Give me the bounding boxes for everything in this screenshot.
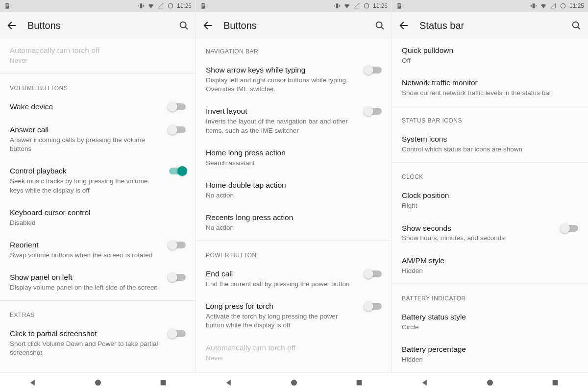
- settings-panel: 11:25Status barQuick pulldownOffNetwork …: [392, 0, 588, 372]
- svg-line-15: [381, 27, 383, 29]
- nav-back-button[interactable]: [419, 377, 431, 389]
- svg-rect-18: [398, 6, 400, 7]
- setting-subtitle: Display volume panel on the left side of…: [10, 283, 161, 292]
- settings-list[interactable]: Automatically turn torch offNeverVOLUME …: [0, 39, 196, 372]
- setting-title: Reorient: [10, 240, 161, 250]
- setting-title: Home long press action: [206, 148, 382, 158]
- clock-text: 11:26: [177, 2, 192, 9]
- section-header: CLOCK: [392, 165, 588, 184]
- search-button[interactable]: [178, 20, 190, 31]
- setting-text: Automatically turn torch offNever: [206, 343, 382, 363]
- setting-item[interactable]: Battery status styleCircle: [392, 306, 588, 338]
- svg-rect-9: [202, 5, 205, 6]
- svg-rect-17: [398, 5, 401, 6]
- toggle-switch[interactable]: [365, 303, 382, 310]
- app-bar: Buttons: [0, 12, 196, 39]
- setting-item[interactable]: Answer callAnswer incoming calls by pres…: [0, 119, 196, 160]
- setting-title: Show seconds: [402, 223, 554, 234]
- setting-text: Clock positionRight: [402, 191, 578, 210]
- setting-subtitle: Display left and right cursor buttons wh…: [206, 76, 357, 94]
- setting-item[interactable]: AM/PM styleHidden: [392, 249, 588, 282]
- setting-text: End callEnd the current call by pressing…: [206, 269, 357, 289]
- toggle-switch[interactable]: [365, 108, 382, 115]
- setting-text: Quick pulldownOff: [402, 46, 578, 65]
- toggle-switch[interactable]: [169, 168, 186, 174]
- setting-item[interactable]: Control playbackSeek music tracks by lon…: [0, 160, 196, 201]
- toggle-switch[interactable]: [169, 103, 186, 110]
- switch-thumb: [168, 272, 177, 282]
- setting-text: Show arrow keys while typingDisplay left…: [206, 65, 357, 94]
- nav-home-button[interactable]: [288, 377, 300, 389]
- setting-item[interactable]: Network traffic monitorShow current netw…: [392, 72, 588, 104]
- settings-panel: 11:26ButtonsAutomatically turn torch off…: [0, 0, 196, 372]
- setting-text: Control playbackSeek music tracks by lon…: [10, 166, 161, 195]
- setting-subtitle: No action: [206, 223, 382, 232]
- settings-list[interactable]: Quick pulldownOffNetwork traffic monitor…: [392, 39, 588, 372]
- switch-thumb: [364, 106, 373, 116]
- search-button[interactable]: [570, 20, 582, 31]
- nav-home-button[interactable]: [92, 377, 104, 389]
- svg-line-23: [578, 27, 580, 29]
- setting-text: ReorientSwap volume buttons when the scr…: [10, 240, 161, 260]
- svg-rect-29: [553, 380, 558, 385]
- setting-item[interactable]: Keyboard cursor controlDisabled: [0, 201, 196, 234]
- setting-text: Automatically turn torch offNever: [10, 46, 186, 65]
- vibrate-icon: [138, 2, 145, 9]
- back-button[interactable]: [202, 20, 214, 31]
- setting-item[interactable]: System iconsControl which status bar ico…: [392, 128, 588, 160]
- toggle-switch[interactable]: [169, 330, 186, 337]
- setting-item[interactable]: Long press for torchActivate the torch b…: [196, 295, 392, 336]
- nav-back-button[interactable]: [223, 377, 235, 389]
- back-button[interactable]: [6, 20, 18, 31]
- setting-item[interactable]: Battery percentageHidden: [392, 338, 588, 370]
- setting-item[interactable]: Clock positionRight: [392, 184, 588, 217]
- status-bar: 11:25: [392, 0, 588, 12]
- setting-item[interactable]: Wake device: [0, 96, 196, 119]
- svg-rect-2: [6, 6, 8, 7]
- wifi-icon: [147, 2, 154, 9]
- signal-icon: [157, 2, 164, 9]
- toggle-switch[interactable]: [169, 242, 186, 248]
- settings-list[interactable]: NAVIGATION BARShow arrow keys while typi…: [196, 39, 392, 372]
- nav-recents-button[interactable]: [353, 377, 365, 389]
- setting-item[interactable]: Recents long press actionNo action: [196, 206, 392, 239]
- setting-subtitle: No action: [206, 191, 382, 200]
- setting-item[interactable]: Click to partial screenshotShort click V…: [0, 322, 196, 364]
- navigation-bar: [392, 372, 588, 392]
- page-title: Buttons: [223, 20, 364, 31]
- svg-rect-3: [140, 3, 143, 8]
- setting-item[interactable]: ReorientSwap volume buttons when the scr…: [0, 234, 196, 266]
- setting-title: Wake device: [10, 102, 161, 112]
- setting-item[interactable]: End callEnd the current call by pressing…: [196, 263, 392, 295]
- toggle-switch[interactable]: [562, 225, 578, 232]
- divider: [392, 106, 588, 106]
- nav-back-button[interactable]: [27, 377, 39, 389]
- setting-item[interactable]: Show panel on leftDisplay volume panel o…: [0, 266, 196, 298]
- search-button[interactable]: [374, 20, 386, 31]
- setting-subtitle: Control which status bar icons are shown: [402, 145, 578, 154]
- setting-item[interactable]: Quick pulldownOff: [392, 39, 588, 72]
- nav-recents-button[interactable]: [549, 377, 561, 389]
- setting-item[interactable]: Home double tap actionNo action: [196, 174, 392, 206]
- setting-text: Wake device: [10, 102, 161, 112]
- setting-subtitle: Disabled: [10, 219, 186, 227]
- setting-text: AM/PM styleHidden: [402, 256, 578, 275]
- toggle-switch[interactable]: [169, 126, 186, 133]
- nav-home-button[interactable]: [484, 377, 496, 389]
- setting-item[interactable]: Invert layoutInverts the layout of the n…: [196, 100, 392, 141]
- wifi-icon: [540, 2, 547, 9]
- toggle-switch[interactable]: [365, 67, 382, 74]
- battery-icon: [167, 2, 174, 9]
- toggle-switch[interactable]: [365, 270, 382, 277]
- setting-item[interactable]: Home long press actionSearch assistant: [196, 142, 392, 174]
- setting-text: Battery status styleCircle: [402, 312, 578, 332]
- setting-title: Automatically turn torch off: [206, 343, 382, 353]
- setting-item[interactable]: Show secondsShow hours, minutes, and sec…: [392, 217, 588, 249]
- nav-recents-button[interactable]: [157, 377, 169, 389]
- setting-text: Show secondsShow hours, minutes, and sec…: [402, 223, 554, 243]
- setting-item[interactable]: Show arrow keys while typingDisplay left…: [196, 59, 392, 100]
- back-button[interactable]: [398, 20, 410, 31]
- setting-title: Recents long press action: [206, 213, 382, 223]
- toggle-switch[interactable]: [169, 274, 186, 281]
- setting-title: Automatically turn torch off: [10, 46, 186, 56]
